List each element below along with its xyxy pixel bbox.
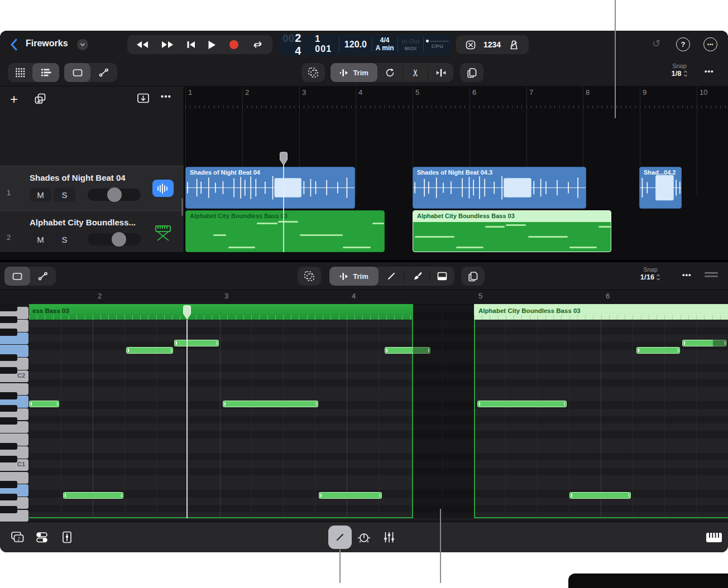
midi-note[interactable] <box>63 492 123 499</box>
piano-region-strip[interactable]: ess Bass 03 <box>29 304 413 320</box>
piano-black-key[interactable] <box>0 456 17 463</box>
piano-paste-button[interactable] <box>461 267 485 286</box>
piano-black-key[interactable] <box>0 392 17 399</box>
midi-region[interactable]: Alphabet City Boundless Bass 03 <box>185 210 385 252</box>
title-dropdown-button[interactable] <box>77 39 88 50</box>
region-title: Shades of Night Beat 04.3 <box>417 169 492 176</box>
tracks-view-button[interactable] <box>32 63 59 82</box>
loop-browser-button[interactable]: ♪ <box>10 531 25 544</box>
nudge-dial-button[interactable] <box>357 531 371 544</box>
record-button[interactable] <box>229 40 239 50</box>
onscreen-keyboard-button[interactable] <box>706 532 722 543</box>
brush-tool-button[interactable] <box>404 267 429 286</box>
editor-drag-handle[interactable] <box>705 272 718 278</box>
project-title[interactable]: Fireworks <box>26 38 68 49</box>
automation-mode-button[interactable] <box>90 63 117 82</box>
midi-note[interactable] <box>319 492 382 499</box>
volume-slider[interactable] <box>88 233 141 245</box>
cycle-button[interactable] <box>252 40 264 50</box>
piano-black-key[interactable] <box>0 417 17 425</box>
piano-region-strip-selected[interactable]: Alphabet City Boundless Bass 03 <box>474 304 728 320</box>
add-track-button[interactable]: + <box>10 91 18 107</box>
piano-snap-control[interactable]: Snap 1/16 <box>636 266 664 281</box>
help-button[interactable]: ? <box>676 37 690 51</box>
audio-region[interactable]: Shad...04.2 <box>639 167 682 209</box>
plugins-button[interactable] <box>61 531 73 544</box>
mute-button[interactable]: M <box>30 187 51 202</box>
piano-black-key[interactable] <box>0 405 17 412</box>
piano-black-key[interactable] <box>0 354 17 362</box>
volume-knob[interactable] <box>112 232 126 247</box>
piano-black-key[interactable] <box>0 316 17 324</box>
piano-more-button[interactable]: ••• <box>682 271 692 279</box>
arrange-multiselect-button[interactable] <box>301 63 325 82</box>
arrange-ruler[interactable]: 12345678910 <box>184 86 728 110</box>
audio-region[interactable]: Shades of Night Beat 04.3 <box>413 167 586 209</box>
fast-forward-button[interactable] <box>161 40 174 49</box>
mixer-button[interactable] <box>383 531 395 543</box>
piano-black-key[interactable] <box>0 367 17 374</box>
undo-button[interactable]: ↺ <box>652 37 660 50</box>
piano-black-key[interactable] <box>0 443 17 450</box>
piano-notes-mode-button[interactable] <box>4 267 30 286</box>
piano-playhead-handle[interactable] <box>183 305 191 320</box>
pencil-mode-button[interactable] <box>328 526 352 549</box>
count-in-button[interactable]: 1234 <box>483 40 501 49</box>
volume-knob[interactable] <box>107 187 122 202</box>
piano-black-key[interactable] <box>0 329 17 336</box>
arrange-paste-button[interactable] <box>460 63 483 82</box>
solo-button[interactable]: S <box>54 232 75 247</box>
piano-trim-tool-button[interactable]: Trim <box>329 267 379 286</box>
arrange-snap-control[interactable]: Snap 1/8 <box>665 62 693 78</box>
midi-note[interactable] <box>477 401 567 407</box>
midi-note[interactable] <box>682 340 727 346</box>
arrange-trim-tool-button[interactable]: Trim <box>331 63 377 82</box>
track-header[interactable]: 2Alphabet City Boundless...MS <box>0 210 184 252</box>
track-header[interactable]: 1Shades of Night Beat 04MS <box>0 166 184 210</box>
audio-region[interactable]: Shades of Night Beat 04 <box>185 167 355 209</box>
play-button[interactable] <box>208 40 216 50</box>
fade-tool-button[interactable] <box>428 63 453 82</box>
track-list-scrollbar[interactable] <box>181 198 183 216</box>
velocity-tool-button[interactable] <box>430 267 454 286</box>
midi-note[interactable] <box>174 340 219 346</box>
midi-note[interactable] <box>223 401 318 407</box>
volume-slider[interactable] <box>88 189 141 201</box>
replace-record-button[interactable] <box>465 40 476 50</box>
more-options-button[interactable]: ••• <box>703 37 717 51</box>
track-options-button[interactable]: ••• <box>161 92 171 101</box>
track-type-button[interactable] <box>152 180 174 197</box>
piano-ruler-band[interactable] <box>0 290 728 304</box>
go-to-beginning-button[interactable] <box>186 40 195 49</box>
midi-region[interactable]: Alphabet City Boundless Bass 03 <box>413 210 611 252</box>
mute-button[interactable]: M <box>30 232 51 247</box>
piano-black-key[interactable] <box>0 481 17 488</box>
regions-mode-button[interactable] <box>64 63 90 82</box>
browser-grid-button[interactable] <box>8 63 32 82</box>
track-controls-button[interactable] <box>35 531 49 543</box>
split-tool-button[interactable]: ✂ <box>403 63 428 82</box>
track-type-button[interactable] <box>152 224 174 242</box>
midi-note[interactable] <box>385 347 430 354</box>
duplicate-track-button[interactable] <box>33 92 47 105</box>
solo-button[interactable]: S <box>54 187 75 202</box>
lcd-display[interactable]: 00 2 4 1 001 120.0 4/4 A min In Out MIDI <box>278 34 451 55</box>
playhead-handle[interactable] <box>280 152 288 166</box>
midi-note[interactable] <box>126 347 173 354</box>
pencil-tool-button[interactable] <box>379 267 404 286</box>
arrange-more-button[interactable]: ••• <box>705 67 714 75</box>
metronome-button[interactable] <box>508 40 520 50</box>
ruler-tick <box>209 105 209 108</box>
rewind-button[interactable] <box>136 40 149 49</box>
midi-note[interactable] <box>29 401 59 407</box>
piano-black-key[interactable] <box>0 494 17 501</box>
midi-note[interactable] <box>636 347 680 354</box>
midi-note[interactable] <box>569 492 631 499</box>
piano-black-key[interactable] <box>0 304 17 311</box>
piano-black-key[interactable] <box>0 506 17 513</box>
back-button[interactable] <box>7 37 22 52</box>
hide-track-headers-button[interactable] <box>137 93 150 104</box>
loop-tool-button[interactable] <box>377 63 403 82</box>
piano-multiselect-button[interactable] <box>298 267 321 286</box>
piano-automation-button[interactable] <box>30 267 56 286</box>
